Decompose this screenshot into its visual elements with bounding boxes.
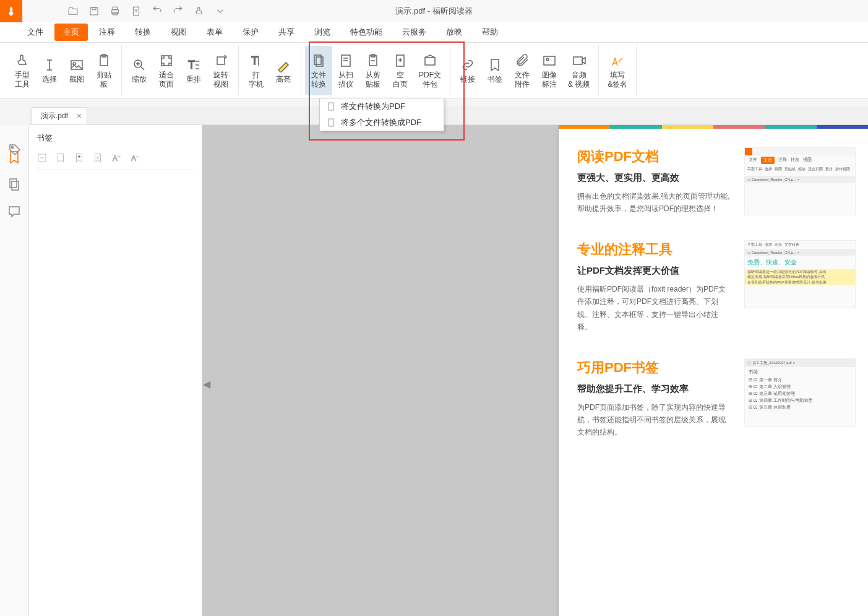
clipboard-icon: [95, 52, 113, 69]
svg-rect-28: [10, 179, 17, 188]
menu-item-7[interactable]: 共享: [270, 24, 303, 41]
font-smaller-icon[interactable]: A: [129, 152, 142, 165]
qat-dropdown-icon[interactable]: [210, 1, 230, 21]
attach-icon: [513, 52, 531, 69]
zoom-button[interactable]: 缩放: [126, 46, 153, 95]
menu-item-4[interactable]: 视图: [162, 24, 196, 41]
new-bookmark-icon[interactable]: [74, 152, 86, 165]
collapse-panel-icon[interactable]: ◀: [204, 371, 210, 396]
typewriter-button[interactable]: T打 字机: [243, 46, 270, 95]
touch-mode-icon[interactable]: [189, 1, 209, 21]
menu-item-2[interactable]: 注释: [90, 24, 124, 41]
menu-item-3[interactable]: 转换: [126, 24, 160, 41]
section-thumbnail: 手型工具 缩放 高亮 文件转换◇ Datasheet_Reader_CN.p..…: [744, 240, 856, 308]
menu-item-1[interactable]: 主页: [54, 24, 88, 41]
paste-icon: [364, 52, 382, 69]
save-icon[interactable]: [84, 1, 104, 21]
select-button[interactable]: 选择: [36, 46, 63, 95]
audio-video-button[interactable]: 音频 & 视频: [563, 46, 595, 95]
svg-rect-21: [425, 58, 435, 65]
svg-rect-29: [12, 181, 19, 190]
scanner-icon: [337, 52, 355, 69]
expand-all-icon[interactable]: [37, 152, 49, 165]
section-body: 拥有出色的文档渲染效果,强大的页面管理功能,帮助提升效率，是您阅读PDF的理想选…: [577, 190, 732, 215]
link-button[interactable]: 链接: [454, 46, 481, 95]
svg-rect-3: [113, 7, 118, 10]
menu-item-6[interactable]: 保护: [234, 24, 267, 41]
convert-file-to-pdf[interactable]: 将文件转换为PDF: [320, 98, 444, 115]
redo-icon[interactable]: [168, 1, 188, 21]
file-convert-dropdown: 将文件转换为PDF将多个文件转换成PDF: [319, 98, 444, 131]
close-tab-icon[interactable]: ×: [77, 111, 82, 121]
open-file-icon[interactable]: [63, 1, 83, 21]
menu-item-12[interactable]: 帮助: [473, 24, 507, 41]
file-convert-button[interactable]: 文件 转换: [305, 46, 332, 95]
section-sub: 更强大、更实用、更高效: [577, 172, 732, 184]
svg-rect-25: [329, 103, 333, 110]
print-icon[interactable]: [105, 1, 125, 21]
blank-icon: [392, 52, 409, 69]
rotate-icon: [212, 52, 230, 69]
section-sub: 帮助您提升工作、学习效率: [577, 383, 732, 395]
menu-item-0[interactable]: 文件: [19, 24, 52, 41]
quick-access-toolbar: [63, 1, 230, 21]
bookmark-panel: 书签 A A: [29, 125, 202, 616]
title-bar: 演示.pdf - 福昕阅读器: [0, 0, 868, 22]
file-icon: [326, 102, 336, 111]
menu-item-5[interactable]: 表单: [198, 24, 231, 41]
bookmark-panel-title: 书签: [37, 132, 194, 144]
attachment-button[interactable]: 文件 附件: [509, 46, 536, 95]
content-section-0: 阅读PDF文档更强大、更实用、更高效拥有出色的文档渲染效果,强大的页面管理功能,…: [559, 129, 868, 222]
document-area: 书签 A A ◀ 阅读PDF文档更强大、更实用、更高效拥有出色的文档渲染效果,强…: [0, 125, 868, 616]
svg-rect-26: [329, 119, 333, 126]
hand-tool-button[interactable]: 手型 工具: [9, 46, 36, 95]
add-bookmark-icon[interactable]: [55, 152, 67, 165]
undo-icon[interactable]: [147, 1, 167, 21]
svg-point-23: [546, 58, 549, 61]
fit-page-button[interactable]: 适合 页面: [153, 46, 180, 95]
app-logo-icon: [0, 0, 22, 22]
reflow-button[interactable]: T重排: [180, 46, 207, 95]
text-cursor-icon: [41, 56, 58, 74]
link-icon: [459, 56, 476, 74]
comments-panel-icon[interactable]: [7, 204, 22, 219]
document-tab[interactable]: 演示.pdf ×: [32, 107, 87, 124]
svg-rect-13: [217, 57, 225, 64]
blank-page-button[interactable]: 空 白页: [387, 46, 414, 95]
hand-icon: [14, 52, 31, 69]
bookmark-icon: [486, 56, 504, 74]
image-annot-button[interactable]: 图像 标注: [536, 46, 563, 95]
highlight-button[interactable]: 高亮: [270, 46, 297, 95]
svg-text:T: T: [251, 54, 258, 67]
delete-bookmark-icon[interactable]: [92, 152, 105, 165]
fit-icon: [158, 52, 175, 69]
svg-point-27: [12, 147, 14, 149]
font-larger-icon[interactable]: A: [111, 152, 123, 165]
new-doc-icon[interactable]: [126, 1, 146, 21]
pages-panel-icon[interactable]: [7, 177, 22, 192]
screenshot-button[interactable]: 截图: [63, 46, 90, 95]
svg-text:A: A: [113, 154, 118, 163]
clipboard-button[interactable]: 剪贴 板: [90, 46, 118, 95]
zoom-icon: [131, 56, 148, 74]
video-icon: [570, 52, 588, 69]
menu-item-10[interactable]: 云服务: [393, 24, 435, 41]
menu-item-9[interactable]: 特色功能: [342, 24, 391, 41]
svg-rect-22: [544, 56, 555, 65]
pdf-package-button[interactable]: PDF文 件包: [414, 46, 446, 95]
window-title: 演示.pdf - 福昕阅读器: [395, 6, 472, 17]
from-scanner-button[interactable]: 从扫 描仪: [332, 46, 359, 95]
package-icon: [421, 52, 439, 69]
svg-text:A: A: [131, 154, 136, 163]
convert-multiple-to-pdf[interactable]: 将多个文件转换成PDF: [320, 115, 444, 131]
ribbon-toolbar: 手型 工具选择截图剪贴 板缩放适合 页面T重排旋转 视图T打 字机高亮文件 转换…: [0, 43, 868, 98]
tag-icon[interactable]: [7, 142, 22, 157]
menu-item-11[interactable]: 放映: [437, 24, 471, 41]
section-body: 使用福昕PDF阅读器（foxit reader）为PDF文件添加注释，可对PDF…: [577, 283, 732, 334]
svg-rect-0: [90, 7, 98, 15]
menu-item-8[interactable]: 浏览: [306, 24, 339, 41]
fill-sign-button[interactable]: 填写 &签名: [603, 46, 632, 95]
rotate-view-button[interactable]: 旋转 视图: [207, 46, 234, 95]
bookmark-button[interactable]: 书签: [481, 46, 509, 95]
from-clipboard-button[interactable]: 从剪 贴板: [359, 46, 387, 95]
